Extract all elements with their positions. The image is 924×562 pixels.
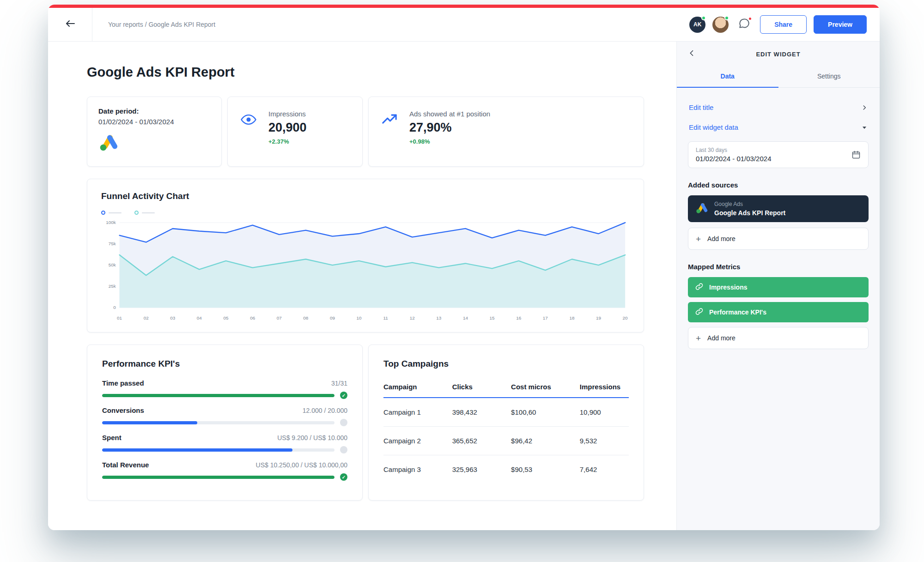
chart-title: Funnel Activity Chart	[101, 191, 630, 201]
svg-text:19: 19	[596, 315, 601, 320]
online-status-dot	[701, 16, 706, 20]
metric-label: Performance KPI's	[709, 308, 766, 316]
legend-line	[142, 212, 155, 213]
svg-text:16: 16	[516, 315, 521, 320]
impressions-delta: +2.37%	[268, 138, 307, 145]
avatar-photo[interactable]	[712, 17, 729, 33]
breadcrumb[interactable]: Your reports / Google Ads KPI Report	[108, 21, 215, 28]
table-row: Campaign 2 365,652 $96,42 9,532	[383, 427, 629, 455]
back-button[interactable]	[48, 8, 92, 41]
link-icon	[695, 283, 703, 292]
position-card: Ads showed at #1 position 27,90% +0.98%	[368, 97, 644, 167]
funnel-chart-card: Funnel Activity Chart 025k50k75k100k0102…	[87, 179, 644, 332]
svg-text:12: 12	[410, 315, 415, 320]
add-source-button[interactable]: + Add more	[688, 228, 869, 250]
tab-settings[interactable]: Settings	[778, 66, 880, 87]
kpi-row-conversions: Conversions 12.000 / 20.000	[102, 406, 347, 426]
source-name: Google Ads KPI Report	[714, 209, 785, 217]
svg-text:75k: 75k	[109, 241, 116, 246]
date-period-label: Date period:	[98, 107, 210, 115]
metric-impressions[interactable]: Impressions	[688, 277, 869, 297]
topbar: Your reports / Google Ads KPI Report AK …	[48, 8, 880, 42]
preview-button[interactable]: Preview	[814, 15, 867, 34]
top-accent-stripe	[48, 5, 880, 8]
col-clicks: Clicks	[452, 379, 511, 398]
add-more-label: Add more	[707, 334, 736, 342]
check-circle-icon: ✓	[340, 392, 347, 399]
col-cost-micros: Cost micros	[511, 379, 580, 398]
stats-row: Date period: 01/02/2024 - 01/03/2024	[87, 97, 644, 167]
add-more-label: Add more	[707, 235, 736, 242]
avatar-initials[interactable]: AK	[689, 17, 705, 33]
svg-text:14: 14	[463, 315, 468, 320]
top-campaigns-card: Top Campaigns Campaign Clicks Cost micro…	[368, 344, 644, 501]
chart-legend	[101, 211, 630, 215]
progress-track	[102, 476, 334, 479]
chat-button[interactable]	[736, 16, 753, 33]
svg-text:09: 09	[330, 315, 335, 320]
share-button[interactable]: Share	[760, 15, 807, 34]
funnel-activity-chart: 025k50k75k100k01020304050607080910111213…	[101, 217, 630, 324]
position-label: Ads showed at #1 position	[409, 110, 490, 118]
source-google-ads[interactable]: Google Ads Google Ads KPI Report	[688, 195, 869, 222]
svg-text:08: 08	[303, 315, 308, 320]
tab-data[interactable]: Data	[677, 66, 778, 88]
pending-circle-icon	[340, 446, 347, 453]
report-canvas: Google Ads KPI Report Date period: 01/02…	[48, 42, 676, 530]
kpis-title: Performance KPI's	[102, 359, 347, 369]
app-window: Your reports / Google Ads KPI Report AK …	[48, 5, 880, 530]
panel-tabs: Data Settings	[677, 66, 880, 88]
bottom-row: Performance KPI's Time passed 31/31 ✓	[87, 344, 644, 501]
legend-line	[109, 212, 122, 213]
impressions-label: Impressions	[268, 110, 307, 118]
date-range-picker[interactable]: Last 30 days 01/02/2024 - 01/03/2024	[688, 141, 869, 168]
calendar-icon	[851, 150, 861, 159]
progress-track	[102, 448, 334, 452]
svg-text:11: 11	[383, 315, 389, 320]
progress-track	[102, 394, 334, 397]
edit-title-row[interactable]: Edit title	[688, 99, 869, 116]
metric-label: Impressions	[709, 284, 747, 291]
campaigns-table: Campaign Clicks Cost micros Impressions …	[383, 379, 629, 483]
edit-widget-data-row[interactable]: Edit widget data	[688, 119, 869, 136]
position-delta: +0.98%	[409, 138, 490, 145]
added-sources-label: Added sources	[688, 181, 869, 189]
date-period-value: 01/02/2024 - 01/03/2024	[98, 118, 210, 126]
svg-text:03: 03	[170, 315, 175, 320]
svg-text:50k: 50k	[109, 262, 116, 267]
check-circle-icon: ✓	[340, 473, 347, 481]
google-ads-icon	[98, 133, 210, 153]
svg-text:05: 05	[223, 315, 228, 320]
mapped-metrics-label: Mapped Metrics	[688, 263, 869, 271]
performance-kpis-card: Performance KPI's Time passed 31/31 ✓	[87, 344, 363, 501]
progress-fill	[102, 394, 334, 397]
position-value: 27,90%	[409, 121, 490, 135]
kpi-label: Total Revenue	[102, 461, 149, 469]
svg-text:10: 10	[357, 315, 362, 320]
legend-series-2[interactable]	[134, 211, 155, 215]
edit-title-label: Edit title	[689, 103, 713, 111]
svg-text:100k: 100k	[106, 220, 116, 225]
chevron-down-icon	[861, 124, 868, 131]
legend-series-1[interactable]	[101, 211, 122, 215]
kpi-value: 31/31	[331, 380, 347, 387]
svg-text:02: 02	[144, 315, 149, 320]
date-range-value: 01/02/2024 - 01/03/2024	[696, 155, 851, 163]
col-impressions: Impressions	[580, 379, 629, 398]
add-metric-button[interactable]: + Add more	[688, 327, 869, 349]
link-icon	[695, 308, 703, 317]
svg-text:18: 18	[569, 315, 574, 320]
kpi-row-total-revenue: Total Revenue US$ 10.250,00 / US$ 10.000…	[102, 461, 347, 481]
impressions-value: 20,900	[268, 121, 307, 135]
metric-performance-kpis[interactable]: Performance KPI's	[688, 302, 869, 322]
progress-track	[102, 421, 334, 424]
campaigns-title: Top Campaigns	[383, 359, 629, 369]
legend-marker-icon	[101, 211, 105, 215]
svg-text:0: 0	[113, 305, 116, 310]
kpi-value: 12.000 / 20.000	[303, 407, 347, 414]
svg-text:06: 06	[250, 315, 255, 320]
kpi-row-time-passed: Time passed 31/31 ✓	[102, 379, 347, 399]
panel-back-button[interactable]	[688, 42, 696, 66]
svg-text:04: 04	[197, 315, 202, 320]
panel-body: Edit title Edit widget data Last 30 days…	[677, 88, 880, 373]
